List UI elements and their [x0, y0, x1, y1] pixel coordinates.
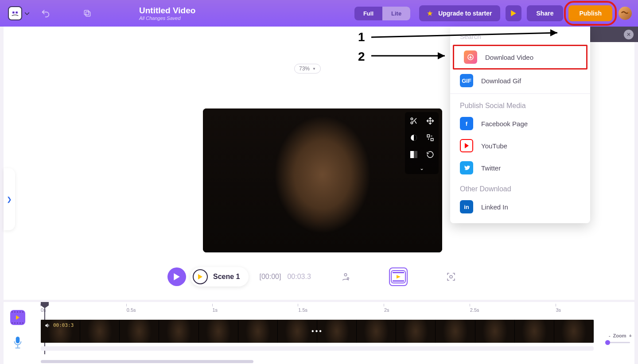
- svg-point-15: [347, 278, 349, 279]
- half-icon[interactable]: [408, 148, 420, 161]
- current-time: [00:00]: [259, 273, 281, 281]
- share-button[interactable]: Share: [527, 5, 564, 21]
- annotation-arrow-1: [371, 27, 566, 44]
- publish-dropdown: Search Download Video GIF Download Gif P…: [450, 27, 590, 223]
- youtube-icon: [460, 139, 473, 152]
- top-bar: Untitled Video All Changes Saved Full Li…: [0, 0, 638, 27]
- svg-point-3: [16, 12, 17, 13]
- svg-rect-17: [393, 272, 404, 273]
- timeline-tools: [4, 302, 32, 364]
- mode-full-button[interactable]: Full: [354, 7, 382, 20]
- section-other-header: Other Download: [450, 179, 590, 196]
- canvas-zoom-select[interactable]: 73% ▼: [294, 64, 321, 74]
- app-menu-caret[interactable]: [25, 9, 29, 17]
- download-video-label: Download Video: [485, 54, 533, 61]
- tick: 1.5s: [298, 307, 307, 313]
- total-time: 00:03.3: [287, 273, 311, 281]
- youtube-label: YouTube: [481, 142, 507, 150]
- copy-icon[interactable]: [80, 6, 95, 21]
- canvas-toolbox: ⌄: [405, 112, 439, 174]
- upgrade-label: Upgrade to starter: [438, 10, 492, 17]
- annotation-highlight-download-video: Download Video: [453, 45, 587, 70]
- playback-bar: Scene 1 [00:00] 00:03.3: [4, 263, 634, 290]
- scene-play-icon: [193, 269, 208, 284]
- expand-sidebar-tab[interactable]: ❯: [4, 168, 15, 230]
- svg-rect-10: [427, 135, 429, 137]
- publish-button[interactable]: Publish: [568, 5, 612, 21]
- video-title[interactable]: Untitled Video: [139, 6, 195, 15]
- clip-handle-icon[interactable]: •••: [311, 327, 323, 335]
- title-block: Untitled Video All Changes Saved: [139, 6, 195, 21]
- annotation-number-2: 2: [358, 50, 365, 64]
- svg-rect-11: [431, 139, 433, 141]
- download-video-item[interactable]: Download Video: [454, 46, 586, 68]
- youtube-item[interactable]: YouTube: [450, 135, 590, 157]
- zoom-minus[interactable]: -: [609, 333, 611, 338]
- svg-rect-13: [410, 151, 414, 158]
- twitter-icon: [460, 161, 473, 174]
- tick: 2s: [384, 307, 389, 313]
- move-icon[interactable]: [424, 115, 436, 127]
- user-avatar[interactable]: [619, 7, 632, 20]
- svg-marker-24: [438, 52, 445, 59]
- focus-icon[interactable]: [443, 269, 459, 285]
- svg-point-2: [13, 12, 14, 13]
- publish-wrap: Publish: [568, 5, 612, 21]
- facebook-icon: f: [460, 117, 473, 130]
- annotation-number-1: 1: [358, 30, 365, 44]
- toolbox-expand-icon[interactable]: ⌄: [408, 165, 436, 171]
- close-panel-icon[interactable]: ✕: [624, 30, 634, 39]
- download-gif-item[interactable]: GIF Download Gif: [450, 70, 590, 92]
- chevron-down-icon: ▼: [312, 67, 316, 71]
- tick: 1s: [213, 307, 218, 313]
- swap-icon[interactable]: [424, 132, 436, 144]
- zoom-level-label: 73%: [299, 66, 310, 72]
- preview-play-button[interactable]: [506, 5, 521, 21]
- svg-point-6: [628, 12, 629, 13]
- playhead[interactable]: [41, 302, 49, 308]
- upgrade-button[interactable]: ★ Upgrade to starter: [419, 5, 500, 21]
- contrast-icon[interactable]: [408, 132, 420, 144]
- facebook-label: Facebook Page: [481, 120, 528, 128]
- svg-rect-18: [393, 280, 404, 282]
- editor-mode-toggle: Full Lite: [354, 7, 410, 20]
- download-video-icon: [464, 50, 477, 64]
- facebook-item[interactable]: f Facebook Page: [450, 112, 590, 135]
- svg-point-19: [450, 275, 452, 278]
- timeline-ruler[interactable]: 0s 0.5s 1s 1.5s 2s 2.5s 3s: [41, 307, 595, 316]
- clip-duration: 00:03:3: [53, 322, 74, 328]
- twitter-item[interactable]: Twitter: [450, 157, 590, 179]
- zoom-slider[interactable]: [605, 342, 630, 343]
- save-status: All Changes Saved: [139, 15, 195, 21]
- volume-icon[interactable]: [44, 322, 51, 330]
- microphone-icon[interactable]: [12, 336, 23, 351]
- audio-lane[interactable]: [41, 346, 594, 351]
- twitter-label: Twitter: [481, 164, 501, 172]
- scene-selector[interactable]: Scene 1: [191, 267, 249, 287]
- video-canvas[interactable]: ⌄: [203, 108, 442, 252]
- horizontal-scrollbar[interactable]: [41, 360, 253, 363]
- storyboard-icon[interactable]: [389, 267, 408, 286]
- svg-rect-4: [86, 12, 90, 16]
- undo-icon[interactable]: [38, 6, 53, 21]
- linkedin-label: Linked In: [481, 203, 508, 211]
- play-all-button[interactable]: [167, 267, 186, 286]
- zoom-label: Zoom: [613, 333, 626, 338]
- linkedin-item[interactable]: in Linked In: [450, 196, 590, 218]
- svg-marker-22: [550, 29, 557, 36]
- star-icon: ★: [427, 10, 433, 17]
- zoom-plus[interactable]: +: [629, 333, 632, 338]
- person-icon[interactable]: [338, 269, 354, 285]
- mode-lite-button[interactable]: Lite: [382, 7, 410, 20]
- video-clip[interactable]: 00:03:3 •••: [41, 320, 594, 343]
- zoom-slider-handle[interactable]: [605, 340, 610, 345]
- rotate-icon[interactable]: [424, 148, 436, 161]
- video-track-icon[interactable]: [10, 310, 25, 325]
- cut-icon[interactable]: [408, 115, 420, 127]
- scene-label: Scene 1: [213, 273, 240, 281]
- svg-point-7: [411, 118, 413, 120]
- tick: 2.5s: [470, 307, 479, 313]
- app-logo[interactable]: [8, 6, 22, 20]
- svg-rect-25: [16, 337, 20, 343]
- download-gif-label: Download Gif: [481, 77, 521, 85]
